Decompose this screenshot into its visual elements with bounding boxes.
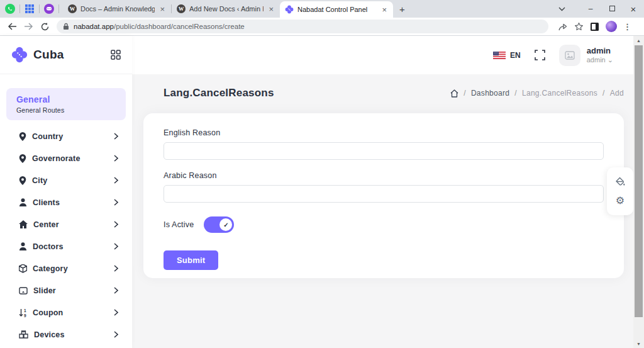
language-selector[interactable]: EN	[493, 51, 521, 60]
chat-bot-icon[interactable]	[44, 4, 54, 14]
new-tab-button[interactable]: +	[399, 4, 405, 14]
breadcrumb-dashboard[interactable]: Dashboard	[471, 89, 509, 98]
user-name: admin	[587, 46, 613, 55]
tab-search-chevron-icon[interactable]	[558, 7, 580, 11]
page-scrollbar[interactable]: ▲ ▼	[633, 36, 644, 348]
chevron-right-icon	[114, 265, 118, 272]
sidebar-item-label: Doctors	[33, 242, 114, 251]
nabadat-clover-icon	[285, 5, 294, 14]
kebab-menu-icon[interactable]: ⋮	[623, 22, 631, 31]
toggle-knob: ✓	[219, 218, 232, 231]
maximize-button[interactable]	[601, 4, 623, 13]
url-host: nabadat.app	[74, 23, 114, 30]
page-title: Lang.CancelReasons	[164, 87, 274, 99]
form-card: English Reason Arabic Reason Is Active ✓…	[143, 113, 624, 278]
sidebar-item-clients[interactable]: Clients	[0, 191, 132, 213]
sidebar-item-city[interactable]: City	[0, 169, 132, 191]
side-panel-icon[interactable]	[590, 22, 599, 31]
box-icon	[19, 264, 27, 273]
english-reason-input[interactable]	[164, 142, 604, 160]
bookmark-star-icon[interactable]	[574, 22, 584, 31]
sidebar-item-label: Center	[33, 220, 114, 229]
breadcrumb-separator: /	[514, 89, 517, 98]
tab-title: Add New Docs ‹ Admin Knowle	[189, 5, 264, 13]
sidebar-item-doctors[interactable]: Doctors	[0, 235, 132, 257]
sidebar-item-coupon[interactable]: 19 Coupon	[0, 301, 132, 323]
user-menu[interactable]: admin admin ⌄	[559, 45, 613, 66]
lock-icon	[63, 23, 69, 30]
breadcrumb-cancelreasons[interactable]: Lang.CancelReasons	[522, 89, 597, 98]
english-reason-label: English Reason	[164, 128, 604, 137]
map-pin-icon	[19, 132, 26, 141]
browser-profile-avatar[interactable]	[606, 21, 617, 32]
app-viewport: Cuba General General Routes Country Gove…	[0, 36, 644, 348]
cuba-logo-icon[interactable]	[11, 47, 28, 63]
sidebar-item-label: Slider	[33, 286, 114, 295]
chevron-right-icon	[114, 199, 118, 206]
scrollbar-thumb[interactable]	[635, 45, 643, 317]
browser-window: W Docs – Admin Knowledgebase × W Add New…	[0, 0, 644, 348]
sidebar-menu: Country Governorate City Clients	[0, 125, 132, 345]
image-frame-icon	[19, 287, 28, 295]
chevron-right-icon	[114, 309, 118, 316]
close-icon[interactable]: ×	[267, 5, 275, 13]
sidebar-item-category[interactable]: Category	[0, 257, 132, 279]
pinned-tabs	[5, 4, 59, 14]
submit-button[interactable]: Submit	[164, 250, 218, 270]
share-icon[interactable]	[558, 22, 568, 31]
sidebar-section-general[interactable]: General General Routes	[6, 88, 126, 120]
back-icon[interactable]	[5, 20, 19, 33]
browser-tab-strip: W Docs – Admin Knowledgebase × W Add New…	[0, 0, 644, 18]
chevron-right-icon	[114, 331, 118, 338]
language-label: EN	[510, 51, 521, 60]
sidebar-item-label: Devices	[34, 330, 114, 339]
sidebar-item-country[interactable]: Country	[0, 125, 132, 147]
home-icon	[19, 220, 28, 228]
apps-grid-icon[interactable]	[25, 4, 35, 14]
user-avatar	[559, 45, 580, 66]
reload-icon[interactable]	[38, 20, 52, 33]
home-icon[interactable]	[450, 89, 458, 98]
is-active-toggle[interactable]: ✓	[204, 216, 234, 233]
close-icon[interactable]: ×	[158, 5, 166, 13]
is-active-row: Is Active ✓	[164, 216, 604, 233]
sidebar-item-label: City	[32, 176, 114, 185]
sidebar-item-center[interactable]: Center	[0, 213, 132, 235]
brand-name: Cuba	[33, 48, 111, 62]
app-header: EN admin admin ⌄	[132, 36, 633, 74]
browser-tab-nabadat-active[interactable]: Nabadat Control Panel ×	[280, 1, 393, 18]
address-bar[interactable]: nabadat.app/public/dashboard/cancelReaso…	[57, 20, 548, 33]
close-window-button[interactable]: ×	[623, 4, 644, 14]
chevron-right-icon	[114, 243, 118, 250]
sidebar-item-governorate[interactable]: Governorate	[0, 147, 132, 169]
arabic-reason-input[interactable]	[164, 185, 604, 203]
map-pin-icon	[19, 154, 26, 163]
sidebar-item-devices[interactable]: Devices	[0, 323, 132, 345]
whatsapp-icon[interactable]	[5, 4, 15, 14]
paint-bucket-icon[interactable]	[615, 177, 626, 187]
svg-text:9: 9	[24, 313, 26, 317]
fullscreen-icon[interactable]	[535, 50, 545, 60]
svg-text:1: 1	[24, 308, 26, 313]
browser-tab-docs[interactable]: W Docs – Admin Knowledgebase ×	[63, 1, 171, 17]
minimize-button[interactable]: –	[580, 4, 601, 13]
grid-toggle-icon[interactable]	[111, 50, 121, 60]
scroll-down-icon[interactable]: ▼	[633, 339, 644, 348]
sidebar-item-label: Governorate	[32, 154, 114, 163]
maximize-icon	[609, 6, 615, 11]
user-icon	[19, 242, 27, 250]
forward-icon[interactable]	[21, 20, 35, 33]
sidebar-item-slider[interactable]: Slider	[0, 279, 132, 301]
sidebar-item-label: Clients	[33, 198, 114, 207]
chevron-right-icon	[114, 133, 118, 140]
breadcrumb: / Dashboard / Lang.CancelReasons / Add	[450, 89, 624, 98]
browser-toolbar: nabadat.app/public/dashboard/cancelReaso…	[0, 18, 644, 36]
scroll-up-icon[interactable]: ▲	[633, 36, 644, 45]
close-icon[interactable]: ×	[380, 6, 388, 14]
browser-tab-add-new-docs[interactable]: W Add New Docs ‹ Admin Knowle ×	[172, 1, 280, 17]
page-content: Lang.CancelReasons / Dashboard / Lang.Ca…	[132, 74, 633, 348]
tab-title: Docs – Admin Knowledgebase	[80, 5, 155, 13]
pinned-tab-divider	[19, 4, 20, 13]
gear-icon[interactable]: ⚙	[616, 196, 625, 206]
check-icon: ✓	[223, 222, 228, 228]
